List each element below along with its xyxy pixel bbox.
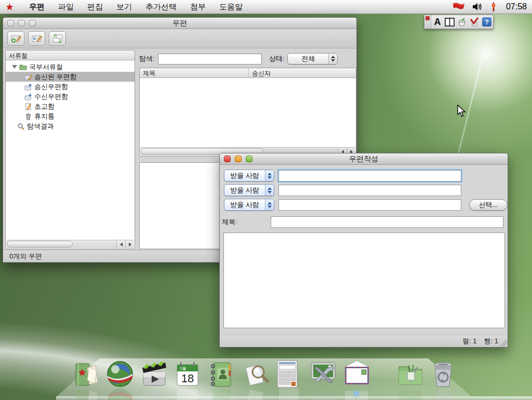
dock-item-browser[interactable] [105,359,135,389]
state-select[interactable]: 전체 [287,53,338,64]
search-input[interactable] [158,54,262,64]
sidebar-header[interactable]: 서류철 [6,50,135,60]
tree-item-label: 국부서류철 [29,62,63,72]
torch-icon[interactable] [489,2,498,12]
select-recipient-button[interactable]: 선택... [469,199,508,211]
scroll-right-button[interactable] [125,240,134,248]
dock-item-search[interactable] [241,359,270,389]
subject-label: 제목: [222,217,237,227]
dock-item-calculator[interactable] [274,359,303,389]
calendar-icon: 1월 18 [173,359,202,389]
system-tray: 07:58 [452,2,527,12]
tree-item-label: 초고함 [34,102,55,111]
compose-window: 우편작성 받을 사람 받을 사람 받을 사람 선택... 제목: [219,153,508,347]
spinner-arrows-icon [265,170,274,181]
message-body-editor[interactable] [223,233,505,328]
reply-mail-icon [31,34,43,43]
palette-close-icon[interactable] [425,16,430,20]
compose-mail-button[interactable] [7,31,24,46]
scroll-left-button[interactable] [116,240,125,248]
dock-item-address-book[interactable] [207,359,236,389]
tree-item-inbox[interactable]: 수신우편함 [6,92,135,101]
recipient-type-select-2[interactable]: 받을 사람 [224,184,274,196]
recipient-type-select-3[interactable]: 받을 사람 [224,199,274,211]
dock-item-mail[interactable] [342,359,371,389]
address-book-icon [207,359,236,389]
arrow-left-icon [120,242,123,247]
help-tool-button[interactable]: ? [481,15,493,29]
recipient-input-2[interactable] [278,185,461,196]
window-title: 우편작성 [220,154,508,164]
trash-icon [24,113,32,120]
tree-item-trash[interactable]: 휴지통 [6,111,135,121]
expander-icon[interactable] [12,65,17,69]
compose-window-titlebar[interactable]: 우편작성 [220,153,508,165]
menu-file[interactable]: 파일 [51,1,81,14]
menu-help[interactable]: 도움말 [212,1,249,14]
recipient-input-3[interactable] [278,199,461,211]
folder-sidebar: 서류철 국부서류철 송신된 우편함 [5,50,135,249]
tree-item-sent-mailbox[interactable]: 송신된 우편함 [6,72,135,82]
state-label: 상태: [269,54,285,63]
menu-mail[interactable]: 우편 [22,1,51,14]
send-receive-icon [52,34,63,43]
file-search-icon [241,359,270,389]
recipient-row-1: 받을 사람 [224,170,461,182]
font-tool-button[interactable]: A [431,15,444,29]
recipient-input-1[interactable] [278,170,461,182]
menu-extra[interactable]: 추가선택 [139,1,183,14]
dock-item-utilities[interactable] [396,359,425,389]
palette-drag-handle[interactable] [424,15,431,29]
check-tray-icon [469,17,480,27]
recipient-type-value: 받을 사람 [224,186,265,195]
menu-bar: ★ 우편 파일 편집 보기 추가선택 첨부 도움말 07:58 [0,0,532,14]
flag-icon[interactable] [452,2,466,11]
compose-statusbar: 렬: 1 행: 1 [220,334,508,347]
ink-pot-icon [457,17,467,27]
menu-attach[interactable]: 첨부 [183,1,212,14]
mail-window-titlebar[interactable]: 우편 [3,18,356,29]
recipient-row-2: 받을 사람 [224,184,461,196]
media-player-icon [139,359,169,389]
reply-mail-button[interactable] [28,31,45,46]
tree-item-outbox[interactable]: 송신우편함 [6,82,135,92]
speaker-icon[interactable] [472,2,483,11]
tree-item-label: 휴지통 [34,112,55,121]
send-receive-button[interactable] [49,31,66,46]
ink-tool-button[interactable] [456,15,469,29]
dock-item-trash[interactable] [430,359,459,389]
tree-item-search-results[interactable]: 탐색결과 [6,121,135,131]
tree-item-drafts[interactable]: 초고함 [6,101,135,111]
state-select-value: 전체 [288,54,328,63]
dock-item-media-player[interactable] [139,359,168,389]
menu-edit[interactable]: 편집 [81,1,110,14]
sidebar-horizontal-scrollbar[interactable] [6,240,134,248]
spinner-arrows-icon [265,185,274,196]
subject-input[interactable] [271,216,503,228]
recipient-row-3: 받을 사람 선택... [224,199,508,211]
documents-book-icon [72,359,101,389]
red-star-logo-icon[interactable]: ★ [5,2,14,12]
message-list-body[interactable] [140,78,356,147]
menu-view[interactable]: 보기 [110,1,139,14]
screen: ★ 우편 파일 편집 보기 추가선택 첨부 도움말 07:58 [0,0,532,400]
column-subject[interactable]: 제목 [140,68,249,78]
resize-grip[interactable] [500,340,507,346]
dock-item-calendar[interactable]: 1월 18 [173,359,202,389]
column-sender[interactable]: 송신자 [249,68,356,78]
scrollbar-thumb[interactable] [7,241,73,248]
dock-item-system-tools[interactable] [308,359,337,389]
folder-tree: 국부서류철 송신된 우편함 송신우편함 [6,60,135,131]
check-tool-button[interactable] [468,15,481,29]
compose-mail-icon [10,34,22,43]
inbox-icon [24,93,32,100]
recipient-type-value: 받을 사람 [224,171,265,180]
calculator-icon [274,359,300,389]
browser-globe-icon [105,359,135,389]
dock-item-documents[interactable] [72,359,101,389]
recipient-type-select-1[interactable]: 받을 사람 [224,170,274,182]
columns-tool-button[interactable] [444,15,456,29]
dock-separator [376,383,391,389]
spinner-arrows-icon [265,199,274,210]
tree-item-local-folders[interactable]: 국부서류철 [6,62,135,72]
